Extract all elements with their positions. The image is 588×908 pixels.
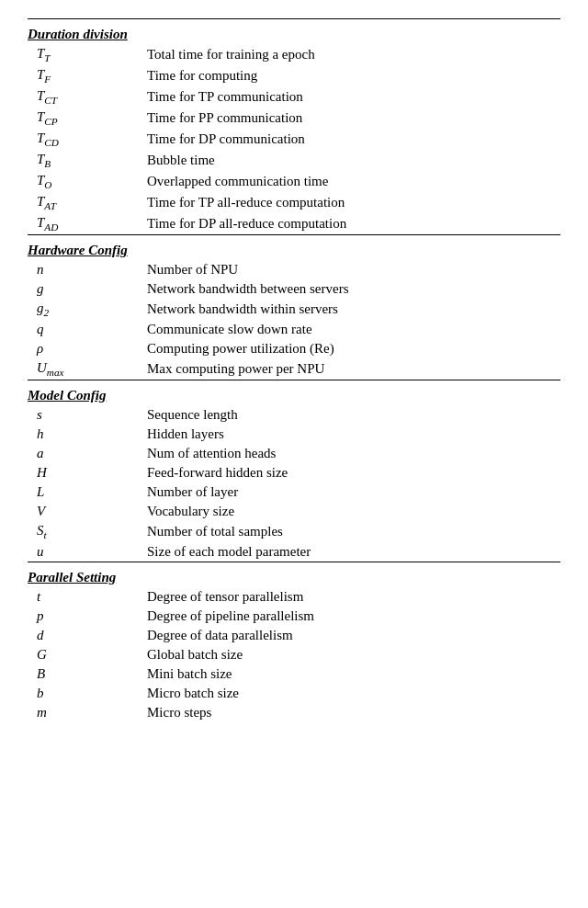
section-header-row: Hardware Config: [28, 235, 560, 261]
symbol-cell: TAD: [28, 213, 147, 235]
table-row: mMicro steps: [28, 703, 560, 722]
description-cell: Size of each model parameter: [147, 542, 560, 562]
symbol-cell: p: [28, 607, 147, 626]
description-cell: Time for PP communication: [147, 108, 560, 129]
symbol-cell: TCD: [28, 129, 147, 150]
symbol-cell: V: [28, 502, 147, 521]
table-row: nNumber of NPU: [28, 260, 560, 279]
table-row: TADTime for DP all-reduce computation: [28, 213, 560, 235]
table-row: BMini batch size: [28, 664, 560, 684]
symbol-cell: B: [28, 664, 147, 684]
description-cell: Number of layer: [147, 482, 560, 502]
symbol-cell: TO: [28, 171, 147, 192]
description-cell: Number of total samples: [147, 521, 560, 542]
symbol-cell: TCP: [28, 108, 147, 129]
symbol-cell: TAT: [28, 192, 147, 213]
description-cell: Communicate slow down rate: [147, 320, 560, 339]
section-header-cell: Hardware Config: [28, 235, 560, 261]
symbol-cell: TCT: [28, 86, 147, 108]
description-cell: Overlapped communication time: [147, 171, 560, 192]
table-row: uSize of each model parameter: [28, 542, 560, 562]
table-row: TCTTime for TP communication: [28, 86, 560, 108]
description-cell: Micro steps: [147, 703, 560, 722]
description-cell: Degree of data parallelism: [147, 626, 560, 645]
symbol-cell: g: [28, 279, 147, 299]
description-cell: Mini batch size: [147, 664, 560, 684]
symbol-cell: H: [28, 463, 147, 482]
description-cell: Global batch size: [147, 645, 560, 664]
table-row: tDegree of tensor parallelism: [28, 587, 560, 607]
section-header-cell: Parallel Setting: [28, 562, 560, 588]
description-cell: Time for TP all-reduce computation: [147, 192, 560, 213]
table-row: pDegree of pipeline parallelism: [28, 607, 560, 626]
section-header-cell: Model Config: [28, 380, 560, 406]
table-row: TTTotal time for training a epoch: [28, 44, 560, 65]
description-cell: Degree of tensor parallelism: [147, 587, 560, 607]
description-cell: Number of NPU: [147, 260, 560, 279]
table-row: UmaxMax computing power per NPU: [28, 358, 560, 380]
symbol-cell: ρ: [28, 339, 147, 358]
table-row: HFeed-forward hidden size: [28, 463, 560, 482]
description-cell: Num of attention heads: [147, 444, 560, 463]
description-cell: Bubble time: [147, 150, 560, 171]
symbol-cell: TT: [28, 44, 147, 65]
symbol-cell: TB: [28, 150, 147, 171]
symbol-cell: n: [28, 260, 147, 279]
table-row: gNetwork bandwidth between servers: [28, 279, 560, 299]
description-cell: Computing power utilization (Re): [147, 339, 560, 358]
table-row: TOOverlapped communication time: [28, 171, 560, 192]
description-cell: Network bandwidth within servers: [147, 299, 560, 320]
table-row: aNum of attention heads: [28, 444, 560, 463]
section-header-row: Parallel Setting: [28, 562, 560, 588]
symbol-cell: u: [28, 542, 147, 562]
table-row: dDegree of data parallelism: [28, 626, 560, 645]
description-cell: Degree of pipeline parallelism: [147, 607, 560, 626]
description-cell: Sequence length: [147, 405, 560, 425]
description-cell: Time for TP communication: [147, 86, 560, 108]
section-header-row: Model Config: [28, 380, 560, 406]
symbol-cell: m: [28, 703, 147, 722]
symbol-cell: h: [28, 425, 147, 444]
table-row: TCDTime for DP communication: [28, 129, 560, 150]
section-header-row: Duration division: [28, 19, 560, 45]
notation-table: Duration divisionTTTotal time for traini…: [28, 18, 560, 722]
table-row: GGlobal batch size: [28, 645, 560, 664]
table-row: TBBubble time: [28, 150, 560, 171]
table-row: g2Network bandwidth within servers: [28, 299, 560, 320]
section-header-cell: Duration division: [28, 19, 560, 45]
table-row: hHidden layers: [28, 425, 560, 444]
description-cell: Feed-forward hidden size: [147, 463, 560, 482]
symbol-cell: q: [28, 320, 147, 339]
table-row: ρComputing power utilization (Re): [28, 339, 560, 358]
symbol-cell: t: [28, 587, 147, 607]
table-row: qCommunicate slow down rate: [28, 320, 560, 339]
description-cell: Hidden layers: [147, 425, 560, 444]
description-cell: Time for DP communication: [147, 129, 560, 150]
symbol-cell: St: [28, 521, 147, 542]
symbol-cell: G: [28, 645, 147, 664]
description-cell: Micro batch size: [147, 684, 560, 703]
symbol-cell: a: [28, 444, 147, 463]
symbol-cell: TF: [28, 65, 147, 86]
description-cell: Time for DP all-reduce computation: [147, 213, 560, 235]
table-row: VVocabulary size: [28, 502, 560, 521]
description-cell: Time for computing: [147, 65, 560, 86]
symbol-cell: L: [28, 482, 147, 502]
symbol-cell: g2: [28, 299, 147, 320]
table-row: StNumber of total samples: [28, 521, 560, 542]
table-row: TATTime for TP all-reduce computation: [28, 192, 560, 213]
description-cell: Max computing power per NPU: [147, 358, 560, 380]
symbol-cell: b: [28, 684, 147, 703]
symbol-cell: s: [28, 405, 147, 425]
description-cell: Network bandwidth between servers: [147, 279, 560, 299]
symbol-cell: Umax: [28, 358, 147, 380]
table-row: TFTime for computing: [28, 65, 560, 86]
description-cell: Vocabulary size: [147, 502, 560, 521]
table-row: TCPTime for PP communication: [28, 108, 560, 129]
symbol-cell: d: [28, 626, 147, 645]
description-cell: Total time for training a epoch: [147, 44, 560, 65]
table-row: sSequence length: [28, 405, 560, 425]
table-row: LNumber of layer: [28, 482, 560, 502]
table-row: bMicro batch size: [28, 684, 560, 703]
